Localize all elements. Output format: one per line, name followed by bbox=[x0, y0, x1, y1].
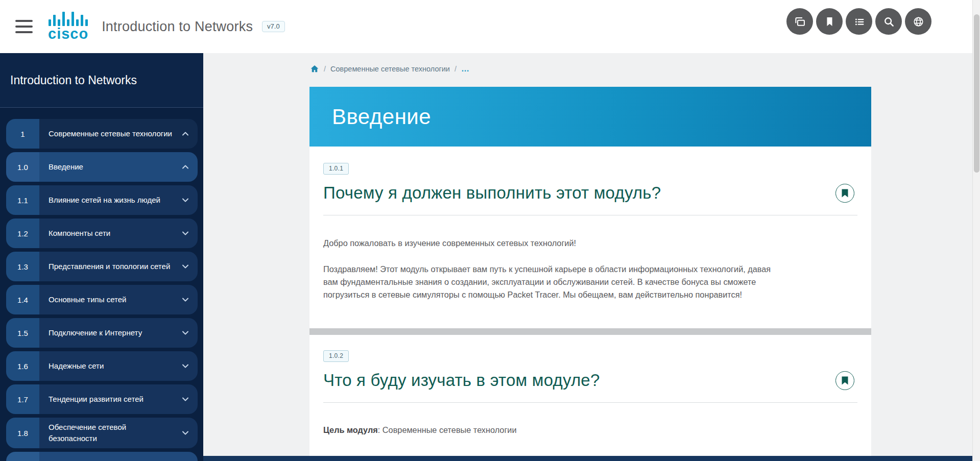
sidebar-item-label: Введение bbox=[49, 161, 83, 173]
chevron-down-icon bbox=[180, 228, 191, 239]
header-actions bbox=[786, 8, 931, 35]
section-title: Почему я должен выполнить этот модуль? bbox=[323, 183, 661, 203]
module-banner: Введение bbox=[309, 87, 871, 147]
module-goal-text: : Современные сетевые технологии bbox=[378, 425, 517, 434]
breadcrumb: / Современные сетевые технологии / … bbox=[310, 64, 469, 74]
course-sidebar: Introduction to Networks 1 Современные с… bbox=[0, 53, 203, 461]
sidebar-item-number: 1.0 bbox=[6, 152, 39, 182]
chevron-up-icon bbox=[180, 128, 191, 139]
chevron-down-icon bbox=[180, 294, 191, 305]
chevron-down-icon bbox=[180, 195, 191, 206]
module-goal-label: Цель модуля bbox=[323, 425, 378, 434]
section-number-badge: 1.0.1 bbox=[323, 163, 349, 175]
sidebar-next-item-peek[interactable] bbox=[6, 452, 198, 461]
chevron-down-icon bbox=[180, 394, 191, 405]
chevron-down-icon bbox=[180, 261, 191, 272]
sidebar-item-label: Обеспечение сетевой безопасности bbox=[49, 422, 174, 444]
sidebar-item-1-2[interactable]: 1.2 Компоненты сети bbox=[6, 219, 198, 248]
section-bookmark-button[interactable] bbox=[835, 184, 854, 203]
sidebar-item-1-1[interactable]: 1.1 Влияние сетей на жизнь людей bbox=[6, 185, 198, 215]
sidebar-nav: 1 Современные сетевые технологии 1.0 Вве… bbox=[6, 119, 198, 448]
sidebar-item-1-7[interactable]: 1.7 Тенденции развития сетей bbox=[6, 384, 198, 414]
section-bookmark-button[interactable] bbox=[835, 371, 854, 390]
sidebar-header: Introduction to Networks bbox=[0, 53, 203, 108]
page-scrollbar[interactable] bbox=[972, 0, 980, 461]
sidebar-item-number: 1.8 bbox=[6, 418, 39, 448]
breadcrumb-separator: / bbox=[455, 65, 457, 73]
sidebar-item-1-8[interactable]: 1.8 Обеспечение сетевой безопасности bbox=[6, 418, 198, 448]
sidebar-item-number: 1 bbox=[6, 119, 39, 149]
sidebar-item-label: Представления и топологии сетей bbox=[49, 261, 170, 272]
section-paragraphs: Добро пожаловать в изучение современных … bbox=[323, 237, 857, 301]
sidebar-item-label: Компоненты сети bbox=[49, 228, 110, 239]
course-title: Introduction to Networks bbox=[102, 19, 253, 35]
lesson-content: Введение 1.0.1 Почему я должен выполнить… bbox=[309, 87, 871, 456]
search-icon[interactable] bbox=[875, 8, 902, 35]
section-divider-line bbox=[323, 215, 857, 215]
scrollbar-thumb[interactable] bbox=[974, 14, 979, 173]
sidebar-item-number: 1.4 bbox=[6, 285, 39, 314]
sidebar-item-label: Основные типы сетей bbox=[49, 294, 126, 305]
banner-title: Введение bbox=[332, 105, 431, 129]
breadcrumb-separator: / bbox=[324, 65, 326, 73]
section-title: Что я буду изучать в этом модуле? bbox=[323, 371, 600, 390]
sidebar-item-number: 1.5 bbox=[6, 318, 39, 348]
sidebar-item-number: 1.6 bbox=[6, 351, 39, 381]
sidebar-item-label: Современные сетевые технологии bbox=[49, 128, 172, 139]
breadcrumb-ellipsis[interactable]: … bbox=[461, 64, 469, 74]
globe-icon[interactable] bbox=[905, 8, 931, 35]
section-1-0-1: 1.0.1 Почему я должен выполнить этот мод… bbox=[323, 147, 857, 301]
body-paragraph: Поздравляем! Этот модуль открывает вам п… bbox=[323, 263, 783, 301]
section-number-badge: 1.0.2 bbox=[323, 350, 349, 362]
body-paragraph: Добро пожаловать в изучение современных … bbox=[323, 237, 783, 250]
sidebar-item-number: 1.7 bbox=[6, 384, 39, 414]
list-icon[interactable] bbox=[846, 8, 872, 35]
sidebar-item-1-6[interactable]: 1.6 Надежные сети bbox=[6, 351, 198, 381]
section-divider-line bbox=[323, 402, 857, 403]
sidebar-item-1-5[interactable]: 1.5 Подключение к Интернету bbox=[6, 318, 198, 348]
cisco-logo-bars-icon bbox=[49, 12, 88, 26]
sidebar-item-label: Надежные сети bbox=[49, 360, 104, 372]
sidebar-item-label: Тенденции развития сетей bbox=[49, 394, 144, 405]
version-badge: v7.0 bbox=[262, 21, 285, 32]
section-separator-bar bbox=[309, 328, 871, 335]
sidebar-item-number: 1.3 bbox=[6, 252, 39, 281]
cisco-logo[interactable]: cisco bbox=[48, 12, 88, 41]
sidebar-item-1[interactable]: 1 Современные сетевые технологии bbox=[6, 119, 198, 149]
chevron-up-icon bbox=[180, 161, 191, 173]
bookmark-icon[interactable] bbox=[816, 8, 843, 35]
sidebar-item-1-4[interactable]: 1.4 Основные типы сетей bbox=[6, 285, 198, 314]
sidebar-item-number: 1.2 bbox=[6, 219, 39, 248]
hamburger-menu-icon[interactable] bbox=[15, 20, 33, 33]
sidebar-item-1-0[interactable]: 1.0 Введение bbox=[6, 152, 198, 182]
sidebar-course-title: Introduction to Networks bbox=[10, 74, 137, 87]
sidebar-item-number: 1.1 bbox=[6, 185, 39, 215]
module-goal: Цель модуля: Современные сетевые техноло… bbox=[323, 425, 857, 435]
chevron-down-icon bbox=[180, 360, 191, 372]
cisco-logo-text: cisco bbox=[48, 27, 88, 41]
section-1-0-2: 1.0.2 Что я буду изучать в этом модуле? … bbox=[323, 335, 857, 435]
chevron-down-icon bbox=[180, 427, 191, 439]
breadcrumb-module[interactable]: Современные сетевые технологии bbox=[330, 65, 450, 73]
windows-icon[interactable] bbox=[786, 8, 813, 35]
sidebar-item-1-3[interactable]: 1.3 Представления и топологии сетей bbox=[6, 252, 198, 281]
sidebar-item-label: Подключение к Интернету bbox=[49, 327, 142, 338]
home-icon[interactable] bbox=[310, 64, 319, 74]
sidebar-item-label: Влияние сетей на жизнь людей bbox=[49, 195, 160, 206]
chevron-down-icon bbox=[180, 327, 191, 338]
app-header: cisco Introduction to Networks v7.0 bbox=[0, 0, 972, 53]
